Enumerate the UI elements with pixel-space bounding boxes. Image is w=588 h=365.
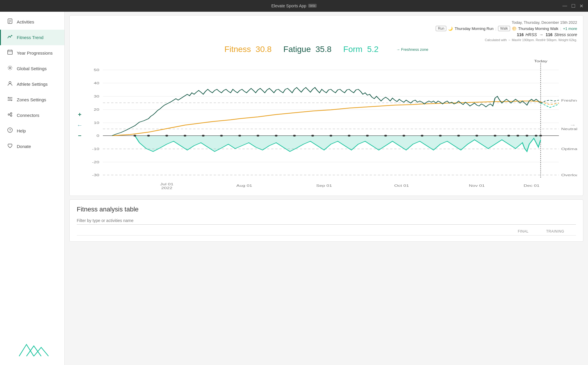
svg-text:50: 50 [94, 68, 99, 72]
fitness-trend-icon [7, 34, 13, 41]
close-button[interactable]: ✕ [579, 3, 583, 9]
chart-right-arrow[interactable]: → [569, 121, 576, 129]
svg-point-77 [494, 135, 496, 137]
svg-point-69 [348, 135, 350, 137]
svg-point-81 [535, 135, 537, 137]
svg-point-58 [147, 135, 150, 137]
sidebar-item-activities[interactable]: Activities [0, 14, 64, 30]
svg-point-63 [238, 135, 241, 137]
svg-line-19 [10, 114, 11, 114]
svg-text:Freshness: Freshness [561, 99, 577, 102]
run-activity: Thursday Morning Run [455, 26, 493, 31]
app-badge: beta [308, 4, 317, 8]
global-settings-label: Global Settings [17, 66, 47, 71]
svg-point-73 [421, 135, 423, 137]
run-badge: Run [436, 26, 446, 31]
sidebar-item-global-settings[interactable]: Global Settings [0, 61, 64, 76]
logo-svg [16, 339, 49, 359]
svg-point-16 [8, 114, 10, 115]
sidebar-item-year-progressions[interactable]: Year Progressions [0, 45, 64, 61]
svg-text:0: 0 [96, 134, 99, 137]
run-emoji: 🌙 [448, 26, 453, 31]
svg-text:Jul 01: Jul 01 [160, 182, 173, 186]
analysis-card: Fitness analysis table Final Training [69, 199, 583, 242]
svg-point-64 [257, 135, 259, 137]
freshness-zone-link[interactable]: → Freshness zone [396, 47, 428, 52]
svg-point-65 [275, 135, 278, 137]
svg-text:-30: -30 [92, 173, 99, 177]
analysis-title: Fitness analysis table [77, 206, 576, 213]
pan-left-button[interactable]: ← [76, 121, 84, 129]
svg-text:Today: Today [534, 59, 547, 63]
svg-text:40: 40 [94, 81, 99, 85]
svg-point-71 [384, 135, 387, 137]
svg-point-82 [539, 135, 542, 137]
zoom-in-button[interactable]: + [76, 110, 84, 119]
year-progressions-icon [7, 49, 13, 57]
svg-point-62 [220, 135, 223, 137]
svg-point-9 [9, 82, 11, 84]
hrss-value1: 116 [517, 32, 524, 37]
stress-label: Stress score [554, 32, 577, 37]
athlete-settings-icon [7, 80, 13, 88]
zoom-out-button[interactable]: − [76, 132, 84, 140]
help-label: Help [17, 128, 26, 133]
svg-text:10: 10 [94, 121, 99, 125]
donate-label: Donate [17, 144, 31, 149]
svg-point-72 [402, 135, 405, 137]
activities-icon [7, 18, 13, 26]
filter-input[interactable] [77, 218, 253, 223]
svg-point-17 [11, 113, 12, 114]
form-metric: Form 5.2 [343, 45, 379, 54]
svg-text:?: ? [9, 128, 11, 132]
minimize-button[interactable]: — [562, 3, 567, 9]
zones-settings-label: Zones Settings [17, 97, 46, 102]
sidebar-item-fitness-trend[interactable]: Fitness Trend [0, 30, 64, 45]
donate-icon [7, 143, 13, 150]
svg-text:30: 30 [94, 95, 99, 98]
walk-activity: Thursday Morning Walk [518, 26, 559, 31]
sidebar-logo [0, 333, 64, 365]
svg-text:-10: -10 [92, 147, 99, 151]
connectors-label: Connectors [17, 113, 39, 118]
sidebar-item-donate[interactable]: Donate [0, 139, 64, 154]
svg-point-76 [475, 135, 478, 137]
svg-point-60 [184, 135, 186, 137]
walk-badge: Walk [498, 26, 510, 31]
connectors-icon [7, 112, 13, 119]
svg-point-75 [457, 135, 460, 137]
athlete-settings-label: Athlete Settings [17, 82, 48, 87]
svg-line-20 [10, 115, 11, 115]
svg-rect-4 [8, 50, 12, 54]
fatigue-value: 35.8 [315, 45, 332, 54]
activities-label: Activities [17, 19, 34, 24]
svg-point-74 [439, 135, 442, 137]
fitness-value: 30.8 [255, 45, 272, 54]
zones-settings-icon [7, 96, 13, 103]
sidebar-item-help[interactable]: ? Help [0, 123, 64, 139]
walk-emoji: 🌕 [512, 26, 517, 31]
more-activities[interactable]: +1 more [563, 26, 577, 31]
year-progressions-label: Year Progressions [17, 51, 53, 55]
sidebar-item-zones-settings[interactable]: Zones Settings [0, 92, 64, 107]
sidebar-item-connectors[interactable]: Connectors [0, 107, 64, 123]
svg-point-79 [517, 135, 519, 137]
svg-text:-20: -20 [92, 160, 99, 164]
svg-text:Dec 01: Dec 01 [524, 184, 539, 187]
hrss-arrow: → [539, 32, 543, 37]
svg-point-67 [311, 135, 314, 137]
app-title: Elevate Sports App [271, 4, 306, 8]
svg-text:2022: 2022 [161, 186, 172, 190]
global-settings-icon [7, 65, 13, 72]
form-value: 5.2 [367, 45, 379, 54]
chart-area: + ← − [76, 58, 577, 193]
titlebar: Elevate Sports App beta — ☐ ✕ [0, 0, 588, 12]
chart-card: Today, Thursday, December 15th 2022 Run … [69, 15, 583, 196]
fitness-label: Fitness [224, 45, 251, 54]
filter-input-wrap [77, 218, 576, 225]
fitness-trend-label: Fitness Trend [17, 35, 44, 40]
sidebar-item-athlete-settings[interactable]: Athlete Settings [0, 76, 64, 92]
hrss-label: HRSS [525, 32, 537, 37]
maximize-button[interactable]: ☐ [571, 3, 575, 9]
svg-point-66 [293, 135, 296, 137]
